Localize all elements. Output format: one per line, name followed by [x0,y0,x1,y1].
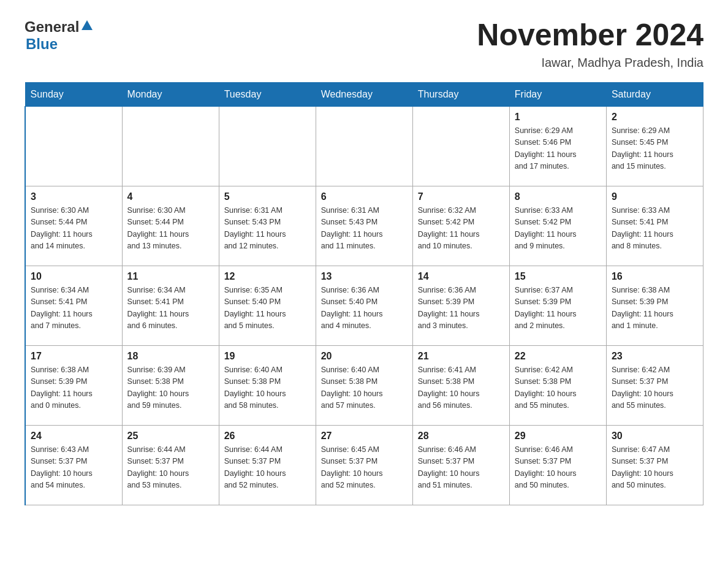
day-number: 20 [321,351,408,362]
day-info: Sunrise: 6:40 AM Sunset: 5:38 PM Dayligh… [321,364,408,412]
day-number: 9 [612,191,698,202]
day-info: Sunrise: 6:30 AM Sunset: 5:44 PM Dayligh… [127,205,214,253]
day-info: Sunrise: 6:42 AM Sunset: 5:38 PM Dayligh… [515,364,601,412]
weekday-header-sunday: Sunday [25,83,122,107]
calendar-cell: 9Sunrise: 6:33 AM Sunset: 5:41 PM Daylig… [606,186,703,266]
logo: General Blue [25,18,94,53]
calendar-cell: 25Sunrise: 6:44 AM Sunset: 5:37 PM Dayli… [122,426,219,505]
calendar-week-5: 24Sunrise: 6:43 AM Sunset: 5:37 PM Dayli… [25,426,703,505]
logo-general-text: General [25,18,79,36]
weekday-header-wednesday: Wednesday [316,83,412,107]
day-info: Sunrise: 6:45 AM Sunset: 5:37 PM Dayligh… [321,444,408,492]
day-info: Sunrise: 6:35 AM Sunset: 5:40 PM Dayligh… [224,285,311,332]
day-info: Sunrise: 6:36 AM Sunset: 5:40 PM Dayligh… [321,285,408,332]
calendar-cell: 23Sunrise: 6:42 AM Sunset: 5:37 PM Dayli… [606,346,703,426]
day-info: Sunrise: 6:34 AM Sunset: 5:41 PM Dayligh… [127,285,214,332]
day-number: 14 [418,271,504,282]
day-info: Sunrise: 6:37 AM Sunset: 5:39 PM Dayligh… [515,285,601,332]
calendar-week-2: 3Sunrise: 6:30 AM Sunset: 5:44 PM Daylig… [25,186,703,266]
day-number: 7 [418,191,504,202]
calendar-cell [219,107,316,186]
day-number: 17 [31,351,117,362]
day-info: Sunrise: 6:30 AM Sunset: 5:44 PM Dayligh… [31,205,117,253]
calendar-cell: 20Sunrise: 6:40 AM Sunset: 5:38 PM Dayli… [316,346,412,426]
weekday-header-thursday: Thursday [412,83,509,107]
day-info: Sunrise: 6:33 AM Sunset: 5:42 PM Dayligh… [515,205,601,253]
calendar-cell: 16Sunrise: 6:38 AM Sunset: 5:39 PM Dayli… [606,266,703,346]
calendar-cell: 28Sunrise: 6:46 AM Sunset: 5:37 PM Dayli… [412,426,509,505]
title-block: November 2024 Iawar, Madhya Pradesh, Ind… [477,18,703,70]
calendar-cell: 14Sunrise: 6:36 AM Sunset: 5:39 PM Dayli… [412,266,509,346]
day-number: 28 [418,431,504,442]
calendar-week-1: 1Sunrise: 6:29 AM Sunset: 5:46 PM Daylig… [25,107,703,186]
day-number: 4 [127,191,214,202]
day-number: 5 [224,191,311,202]
calendar-cell: 13Sunrise: 6:36 AM Sunset: 5:40 PM Dayli… [316,266,412,346]
day-number: 19 [224,351,311,362]
calendar-header-row: SundayMondayTuesdayWednesdayThursdayFrid… [25,83,703,107]
location-subtitle: Iawar, Madhya Pradesh, India [477,56,703,70]
day-number: 6 [321,191,408,202]
calendar-cell [412,107,509,186]
day-info: Sunrise: 6:43 AM Sunset: 5:37 PM Dayligh… [31,444,117,492]
calendar-cell: 19Sunrise: 6:40 AM Sunset: 5:38 PM Dayli… [219,346,316,426]
day-info: Sunrise: 6:31 AM Sunset: 5:43 PM Dayligh… [321,205,408,253]
calendar-cell: 7Sunrise: 6:32 AM Sunset: 5:42 PM Daylig… [412,186,509,266]
day-info: Sunrise: 6:31 AM Sunset: 5:43 PM Dayligh… [224,205,311,253]
day-number: 8 [515,191,601,202]
day-info: Sunrise: 6:46 AM Sunset: 5:37 PM Dayligh… [418,444,504,492]
day-info: Sunrise: 6:41 AM Sunset: 5:38 PM Dayligh… [418,364,504,412]
calendar-cell: 10Sunrise: 6:34 AM Sunset: 5:41 PM Dayli… [25,266,122,346]
logo-triangle-icon [80,19,94,31]
day-info: Sunrise: 6:46 AM Sunset: 5:37 PM Dayligh… [515,444,601,492]
calendar-cell: 21Sunrise: 6:41 AM Sunset: 5:38 PM Dayli… [412,346,509,426]
day-number: 12 [224,271,311,282]
day-info: Sunrise: 6:44 AM Sunset: 5:37 PM Dayligh… [127,444,214,492]
calendar-cell: 24Sunrise: 6:43 AM Sunset: 5:37 PM Dayli… [25,426,122,505]
calendar-cell [25,107,122,186]
calendar-cell: 29Sunrise: 6:46 AM Sunset: 5:37 PM Dayli… [509,426,606,505]
day-number: 21 [418,351,504,362]
day-info: Sunrise: 6:29 AM Sunset: 5:46 PM Dayligh… [515,125,601,173]
day-number: 16 [612,271,698,282]
day-number: 11 [127,271,214,282]
svg-marker-0 [82,20,93,30]
day-number: 30 [612,431,698,442]
calendar-cell: 17Sunrise: 6:38 AM Sunset: 5:39 PM Dayli… [25,346,122,426]
day-info: Sunrise: 6:39 AM Sunset: 5:38 PM Dayligh… [127,364,214,412]
calendar-cell: 8Sunrise: 6:33 AM Sunset: 5:42 PM Daylig… [509,186,606,266]
month-title: November 2024 [477,18,703,52]
day-info: Sunrise: 6:38 AM Sunset: 5:39 PM Dayligh… [612,285,698,332]
calendar-cell: 2Sunrise: 6:29 AM Sunset: 5:45 PM Daylig… [606,107,703,186]
day-info: Sunrise: 6:40 AM Sunset: 5:38 PM Dayligh… [224,364,311,412]
day-number: 29 [515,431,601,442]
page-header: General Blue November 2024 Iawar, Madhya… [25,18,703,70]
calendar-cell: 3Sunrise: 6:30 AM Sunset: 5:44 PM Daylig… [25,186,122,266]
calendar-week-4: 17Sunrise: 6:38 AM Sunset: 5:39 PM Dayli… [25,346,703,426]
day-number: 13 [321,271,408,282]
calendar-cell: 26Sunrise: 6:44 AM Sunset: 5:37 PM Dayli… [219,426,316,505]
day-number: 1 [515,112,601,123]
day-info: Sunrise: 6:33 AM Sunset: 5:41 PM Dayligh… [612,205,698,253]
calendar-cell: 18Sunrise: 6:39 AM Sunset: 5:38 PM Dayli… [122,346,219,426]
day-info: Sunrise: 6:32 AM Sunset: 5:42 PM Dayligh… [418,205,504,253]
logo-blue-text: Blue [26,36,58,52]
day-info: Sunrise: 6:34 AM Sunset: 5:41 PM Dayligh… [31,285,117,332]
day-number: 26 [224,431,311,442]
calendar-cell [316,107,412,186]
day-info: Sunrise: 6:36 AM Sunset: 5:39 PM Dayligh… [418,285,504,332]
calendar-cell: 11Sunrise: 6:34 AM Sunset: 5:41 PM Dayli… [122,266,219,346]
calendar-cell: 12Sunrise: 6:35 AM Sunset: 5:40 PM Dayli… [219,266,316,346]
day-number: 23 [612,351,698,362]
calendar-table: SundayMondayTuesdayWednesdayThursdayFrid… [25,82,703,505]
weekday-header-tuesday: Tuesday [219,83,316,107]
day-number: 27 [321,431,408,442]
day-info: Sunrise: 6:29 AM Sunset: 5:45 PM Dayligh… [612,125,698,173]
calendar-week-3: 10Sunrise: 6:34 AM Sunset: 5:41 PM Dayli… [25,266,703,346]
day-number: 15 [515,271,601,282]
day-number: 18 [127,351,214,362]
day-number: 2 [612,112,698,123]
day-number: 22 [515,351,601,362]
day-info: Sunrise: 6:42 AM Sunset: 5:37 PM Dayligh… [612,364,698,412]
calendar-cell: 6Sunrise: 6:31 AM Sunset: 5:43 PM Daylig… [316,186,412,266]
